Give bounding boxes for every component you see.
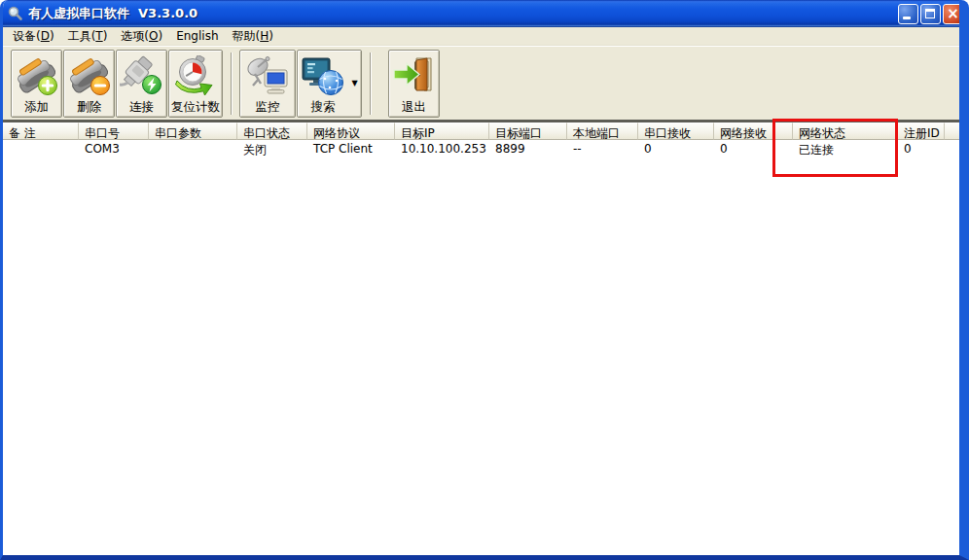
maximize-icon <box>925 9 935 18</box>
app-window: 有人虚拟串口软件 V3.3.0.0 × 设备(D) 工具(T) 选项(O) En… <box>0 0 969 560</box>
menu-bar: 设备(D) 工具(T) 选项(O) English 帮助(H) <box>3 27 959 46</box>
menu-device[interactable]: 设备(D) <box>6 26 61 47</box>
column-header-com-received[interactable]: 串口接收 <box>638 122 714 140</box>
close-button[interactable]: × <box>943 4 963 24</box>
column-header-local-port[interactable]: 本地端口 <box>567 122 638 140</box>
minimize-icon <box>903 17 911 19</box>
cell-com-received: 0 <box>638 140 714 158</box>
search-button-main[interactable]: 搜索 <box>298 51 348 117</box>
cell-com-params <box>149 140 237 158</box>
serial-connector-remove-icon <box>67 54 112 99</box>
list-header: 备 注 串口号 串口参数 串口状态 网络协议 目标IP 目标端口 本地端口 串口… <box>3 122 959 140</box>
column-header-com-state[interactable]: 串口状态 <box>237 122 307 140</box>
column-header-net-protocol[interactable]: 网络协议 <box>307 122 395 140</box>
toolbar-button-add[interactable]: 添加 <box>11 50 62 118</box>
network-search-icon <box>301 54 345 99</box>
column-header-reg-id[interactable]: 注册ID <box>898 122 945 140</box>
search-dropdown-arrow[interactable]: ▼ <box>348 51 361 117</box>
cell-net-received: 0 <box>714 140 773 158</box>
cell-net-state: 已连接 <box>793 140 898 158</box>
toolbar: 添加 删除 <box>3 46 959 122</box>
cell-target-ip: 10.10.100.253 <box>395 140 489 158</box>
satellite-monitor-icon <box>245 54 290 99</box>
column-header-filler <box>945 122 959 140</box>
column-header-com-params[interactable]: 串口参数 <box>149 122 237 140</box>
device-list: 备 注 串口号 串口参数 串口状态 网络协议 目标IP 目标端口 本地端口 串口… <box>3 122 959 555</box>
toolbar-button-connect[interactable]: 连接 <box>116 50 167 118</box>
cell-local-port: -- <box>567 140 638 158</box>
toolbar-button-delete[interactable]: 删除 <box>63 50 115 118</box>
column-header-net-state[interactable]: 网络状态 <box>793 122 898 140</box>
toolbar-separator <box>231 52 233 115</box>
serial-connector-add-icon <box>15 54 59 99</box>
toolbar-separator <box>370 52 372 115</box>
menu-tools[interactable]: 工具(T) <box>61 26 115 47</box>
cell-spacer <box>773 140 793 158</box>
title-bar: 有人虚拟串口软件 V3.3.0.0 × <box>0 0 969 27</box>
stopwatch-reset-icon <box>173 54 218 99</box>
plug-connect-icon <box>120 54 164 99</box>
window-title: 有人虚拟串口软件 V3.3.0.0 <box>28 5 896 22</box>
menu-options[interactable]: 选项(O) <box>114 26 169 47</box>
column-header-spacer <box>773 122 793 140</box>
maximize-button[interactable] <box>920 4 941 24</box>
column-header-target-ip[interactable]: 目标IP <box>395 122 489 140</box>
cell-filler <box>945 140 959 158</box>
cell-com-state: 关闭 <box>237 140 307 158</box>
toolbar-button-monitor[interactable]: 监控 <box>239 50 296 118</box>
column-header-target-port[interactable]: 目标端口 <box>489 122 567 140</box>
menu-english[interactable]: English <box>169 27 225 45</box>
column-header-net-received[interactable]: 网络接收 <box>714 122 773 140</box>
cell-net-protocol: TCP Client <box>307 140 395 158</box>
cell-remark <box>3 140 79 158</box>
table-row[interactable]: COM3 关闭 TCP Client 10.10.100.253 8899 --… <box>3 140 959 158</box>
column-header-remark[interactable]: 备 注 <box>3 122 79 140</box>
cell-reg-id: 0 <box>898 140 945 158</box>
exit-door-icon <box>392 54 437 99</box>
app-icon-magnifier <box>7 6 23 21</box>
column-header-com-port[interactable]: 串口号 <box>79 122 149 140</box>
minimize-button[interactable] <box>898 4 918 24</box>
toolbar-button-reset-count[interactable]: 复位计数 <box>168 50 223 118</box>
cell-com-port: COM3 <box>79 140 149 158</box>
toolbar-button-search[interactable]: 搜索 ▼ <box>297 50 362 118</box>
menu-help[interactable]: 帮助(H) <box>226 26 280 47</box>
close-icon: × <box>944 5 962 23</box>
cell-target-port: 8899 <box>489 140 567 158</box>
toolbar-button-exit[interactable]: 退出 <box>388 50 440 118</box>
